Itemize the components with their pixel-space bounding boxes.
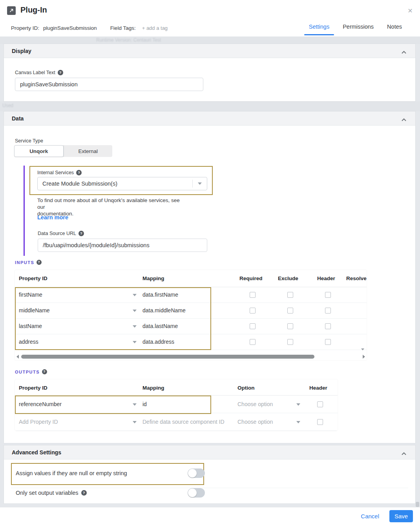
modal-header: Plug-In ✕ Property ID: pluginSaveSubmiss… — [0, 0, 420, 36]
page-title: Plug-In — [20, 5, 47, 15]
display-section-title: Display — [12, 48, 31, 54]
chevron-down-icon[interactable] — [133, 310, 137, 312]
property-id-dropdown[interactable]: lastName — [19, 323, 42, 329]
chevron-down-icon[interactable] — [296, 421, 300, 423]
vertical-scrollbar-thumb[interactable] — [416, 502, 419, 507]
exclude-checkbox[interactable] — [287, 308, 293, 314]
outputs-table: Property ID Mapping Option Header refere… — [15, 379, 338, 431]
mapping-value[interactable]: data.lastName — [142, 323, 178, 329]
header-checkbox[interactable] — [325, 339, 331, 345]
assign-values-toggle[interactable] — [188, 468, 205, 478]
outputs-label: OUTPUTS ? — [15, 369, 47, 374]
tab-bar: Settings Permissions Notes — [309, 24, 402, 35]
col-header: Header — [317, 275, 335, 281]
learn-more-link[interactable]: Learn more — [37, 214, 68, 221]
help-icon[interactable]: ? — [42, 369, 47, 374]
add-tag-button[interactable]: + add a tag — [142, 25, 168, 31]
mapping-value[interactable]: id — [142, 401, 147, 407]
tab-notes[interactable]: Notes — [387, 24, 402, 35]
property-id-dropdown[interactable]: referenceNumber — [19, 401, 62, 407]
required-checkbox[interactable] — [250, 323, 256, 329]
mapping-value[interactable]: data.middleName — [142, 307, 186, 314]
mapping-placeholder[interactable]: Define data source component ID — [142, 419, 225, 425]
cancel-button[interactable]: Cancel — [361, 513, 379, 520]
canvas-label-text-label: Canvas Label Text ? — [15, 70, 63, 75]
inputs-label: INPUTS ? — [15, 260, 42, 265]
data-source-url-label: Data Source URL ? — [38, 231, 84, 236]
scroll-right-icon[interactable] — [363, 355, 365, 359]
tab-permissions[interactable]: Permissions — [343, 24, 374, 35]
data-section: Data Service Type Unqork External Intern… — [4, 111, 415, 443]
required-checkbox[interactable] — [250, 292, 256, 298]
exclude-checkbox[interactable] — [287, 323, 293, 329]
collapse-chevron-icon[interactable] — [401, 450, 407, 455]
service-type-external[interactable]: External — [64, 145, 113, 157]
add-property-id-dropdown[interactable]: Add Property ID — [19, 419, 58, 425]
property-id-dropdown[interactable]: middleName — [19, 307, 50, 314]
toggle-knob — [188, 489, 197, 497]
header-checkbox[interactable] — [317, 401, 323, 407]
exclude-checkbox[interactable] — [287, 292, 293, 298]
advanced-settings-header[interactable]: Advanced Settings — [4, 445, 415, 459]
exclude-checkbox[interactable] — [287, 339, 293, 345]
horizontal-scrollbar[interactable] — [15, 353, 367, 360]
mapping-value[interactable]: data.address — [142, 339, 174, 345]
only-set-output-variables-toggle[interactable] — [188, 488, 205, 498]
chevron-down-icon — [198, 182, 202, 185]
property-id-dropdown[interactable]: firstName — [19, 292, 42, 298]
collapse-chevron-icon[interactable] — [401, 49, 407, 53]
collapse-chevron-icon[interactable] — [401, 116, 407, 121]
internal-services-label: Internal Services ? — [37, 170, 82, 175]
col-property-id: Property ID — [19, 385, 47, 391]
scrollbar-thumb[interactable] — [21, 355, 314, 359]
help-icon[interactable]: ? — [79, 231, 84, 236]
property-id-label: Property ID: — [11, 25, 39, 31]
chevron-down-icon[interactable] — [133, 421, 137, 423]
option-select[interactable]: Choose option — [237, 401, 273, 407]
option-select[interactable]: Choose option — [237, 419, 273, 425]
display-section-header[interactable]: Display — [4, 44, 415, 58]
chevron-down-icon[interactable] — [133, 294, 137, 296]
service-type-label: Service Type — [15, 138, 43, 144]
help-icon[interactable]: ? — [76, 170, 82, 175]
col-option: Option — [237, 385, 255, 391]
canvas-label-text-input[interactable] — [15, 78, 203, 91]
required-checkbox[interactable] — [250, 339, 256, 345]
col-header: Header — [309, 385, 327, 391]
input-row-firstname: firstName data.firstName — [15, 287, 367, 303]
header-checkbox[interactable] — [325, 323, 331, 329]
help-icon[interactable]: ? — [81, 490, 87, 496]
data-source-url-input[interactable] — [38, 239, 207, 252]
close-icon[interactable]: ✕ — [406, 6, 415, 15]
data-section-header[interactable]: Data — [4, 111, 415, 126]
modal-footer: Cancel Save — [0, 507, 420, 525]
plugin-icon — [7, 6, 16, 15]
save-button[interactable]: Save — [389, 510, 413, 522]
col-resolve: Resolve — [346, 275, 367, 281]
header-checkbox[interactable] — [325, 308, 331, 314]
chevron-down-icon[interactable] — [133, 403, 137, 406]
header-checkbox[interactable] — [317, 419, 323, 425]
chevron-down-icon[interactable] — [133, 341, 137, 343]
chevron-down-icon[interactable] — [133, 325, 137, 328]
help-icon[interactable]: ? — [58, 70, 63, 75]
input-row-address: address data.address — [15, 334, 367, 350]
required-checkbox[interactable] — [250, 308, 256, 314]
help-icon[interactable]: ? — [37, 260, 42, 265]
row-divider — [11, 488, 408, 488]
table-scroll-down-icon[interactable] — [361, 348, 364, 350]
chevron-down-icon[interactable] — [296, 403, 300, 406]
service-type-unqork[interactable]: Unqork — [14, 145, 64, 157]
service-type-toggle: Unqork External — [14, 145, 112, 157]
display-section: Display Canvas Label Text ? — [4, 44, 415, 101]
scroll-left-icon[interactable] — [16, 355, 19, 359]
toggle-knob — [188, 469, 197, 478]
property-id-dropdown[interactable]: address — [19, 339, 38, 345]
header-checkbox[interactable] — [325, 292, 331, 298]
mapping-value[interactable]: data.firstName — [142, 292, 178, 298]
background-bleed-strip: Runtime Version: Centauri Test — [0, 36, 420, 44]
tab-settings[interactable]: Settings — [309, 24, 329, 35]
col-required: Required — [239, 275, 263, 281]
col-exclude: Exclude — [278, 275, 298, 281]
internal-services-select[interactable]: Create Module Submission(s) — [37, 177, 207, 190]
